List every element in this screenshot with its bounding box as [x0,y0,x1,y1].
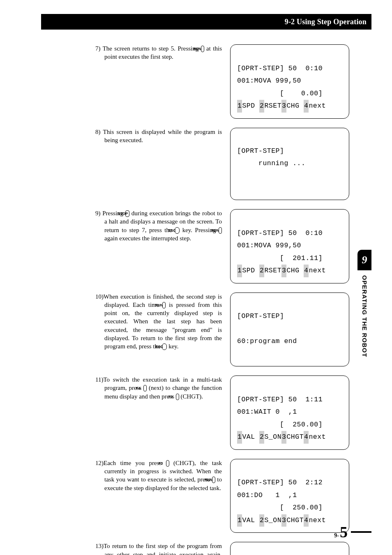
run-key-icon: RUN [219,227,222,234]
display-line [237,172,241,180]
run-key-icon: RUN [201,46,204,52]
step-number: 10) [95,293,104,300]
step-8-text: 8) This screen is displayed while the pr… [95,128,230,145]
lcd-display-6: [OPRT-STEP] 50 2:12 001:DO 1 ,1 [ 250.00… [230,459,349,533]
f4-key-icon: F4 [143,385,147,391]
display-line [237,325,241,333]
softkey-row: 1VAL 2S_ON3CHGT4next [237,516,326,524]
display-line: 001:MOVA 999,50 [237,77,301,85]
display-line: running ... [237,159,305,167]
lcd-display-5: [OPRT-STEP] 50 1:11 001:WAIT 0 ,1 [ 250.… [230,375,349,450]
step-number: 12) [95,460,104,466]
display-line: [OPRT-STEP] 50 2:12 [237,479,323,486]
f3-key-icon: F3 [176,394,179,400]
esc-key-icon: ESC [175,227,180,234]
softkey-row: 1SPD 2RSET3CHG 4next [237,102,326,110]
footer-page-number: 5 [340,523,348,541]
display-line: [OPRT-STEP] [237,147,284,155]
lcd-display-3: [OPRT-STEP] 50 0:10 001:MOVA 999,50 [ 20… [230,209,349,283]
step-number: 9) [95,210,101,216]
display-line: 001:DO 1 ,1 [237,491,297,499]
step-11-text: 11)To switch the execution task in a mul… [95,375,230,401]
chapter-side-tab: 9 OPERATING THE ROBOT [357,250,371,396]
stop-key-icon: STOP [125,210,129,217]
f3-key-icon: F3 [166,460,169,467]
step-7-text: 7) The screen returns to step 5. Pressin… [95,44,230,61]
display-line: [ 201.11] [237,254,323,262]
display-line: [OPRT-STEP] 50 1:11 [237,396,323,403]
step-number: 8) [95,129,101,135]
display-line [237,350,241,358]
step-9-text: 9) Pressing STOP during execution brings… [95,209,230,242]
run-key-icon: RUN [212,477,215,483]
display-line [237,184,241,191]
page-footer: 9- 5 [334,523,371,541]
step-number: 7) [95,45,101,52]
content-area: 7) The screen returns to step 5. Pressin… [95,44,371,555]
display-line: 001:MOVA 999,50 [237,242,301,249]
run-key-icon: RUN [162,302,166,309]
softkey-row: 1VAL 2S_ON3CHGT4next [237,433,326,441]
section-header-band: 9-2 Using Step Operation [41,14,371,30]
step-13-text: 13)To return to the first step of the pr… [95,542,230,555]
step-number: 13) [95,543,104,549]
lcd-display-4: [OPRT-STEP] 60:program end [230,292,349,367]
display-line: [ 0.00] [237,90,323,97]
display-line: 001:WAIT 0 ,1 [237,408,297,416]
step-10-text: 10)When execution is finished, the secon… [95,292,230,351]
display-line: 60:program end [237,337,297,345]
chapter-title-tab: OPERATING THE ROBOT [357,270,371,396]
section-header-title: 9-2 Using Step Operation [285,18,367,26]
step-number: 11) [95,376,103,383]
softkey-row: 1SPD 2RSET3CHG 4next [237,267,326,274]
display-line: [OPRT-STEP] [237,312,284,320]
display-line: [OPRT-STEP] 50 0:10 [237,229,323,237]
lcd-display-1: [OPRT-STEP] 50 0:10 001:MOVA 999,50 [ 0.… [230,44,349,119]
display-line: [ 250.00] [237,421,323,428]
step-12-text: 12)Each time you press F3 (CHGT), the ta… [95,459,230,492]
chapter-number-tab: 9 [357,250,371,270]
esc-key-icon: ESC [162,343,167,350]
lcd-display-2: [OPRT-STEP] running ... [230,128,349,200]
footer-rule [351,531,371,533]
lcd-display-7: [OPRT-STEP] 50 0:10 035:TIMR 100 [ 250.0… [230,542,349,555]
footer-chapter: 9- [334,532,339,539]
display-line: [OPRT-STEP] 50 0:10 [237,64,323,72]
display-line: [ 250.00] [237,504,323,511]
